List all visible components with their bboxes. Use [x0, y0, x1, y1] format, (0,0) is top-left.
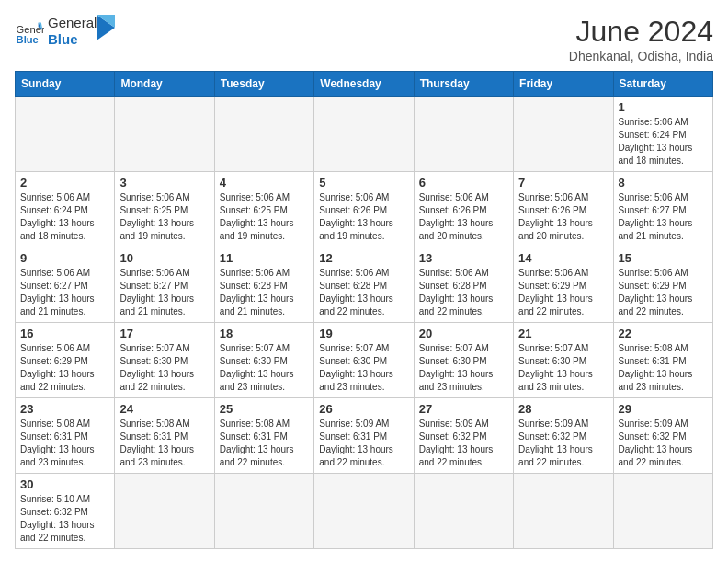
logo-general-text: General	[48, 15, 97, 31]
title-area: June 2024 Dhenkanal, Odisha, India	[569, 15, 713, 63]
calendar-week-row: 9Sunrise: 5:06 AM Sunset: 6:27 PM Daylig…	[16, 247, 713, 323]
calendar-cell: 23Sunrise: 5:08 AM Sunset: 6:31 PM Dayli…	[16, 398, 115, 474]
calendar-cell: 6Sunrise: 5:06 AM Sunset: 6:26 PM Daylig…	[414, 172, 513, 247]
calendar-cell: 30Sunrise: 5:10 AM Sunset: 6:32 PM Dayli…	[16, 474, 115, 549]
calendar-header-row: SundayMondayTuesdayWednesdayThursdayFrid…	[16, 72, 713, 97]
calendar-week-row: 23Sunrise: 5:08 AM Sunset: 6:31 PM Dayli…	[16, 398, 713, 474]
calendar-cell: 1Sunrise: 5:06 AM Sunset: 6:24 PM Daylig…	[613, 97, 712, 172]
day-info: Sunrise: 5:06 AM Sunset: 6:29 PM Dayligh…	[20, 342, 109, 394]
day-number: 8	[619, 176, 708, 190]
day-number: 17	[119, 327, 209, 340]
logo: General Blue General Blue	[15, 15, 115, 48]
calendar-cell: 2Sunrise: 5:06 AM Sunset: 6:24 PM Daylig…	[16, 172, 115, 247]
day-number: 3	[119, 176, 209, 190]
day-number: 2	[20, 176, 109, 190]
calendar-week-row: 2Sunrise: 5:06 AM Sunset: 6:24 PM Daylig…	[16, 172, 713, 247]
day-number: 27	[419, 402, 508, 416]
day-header-tuesday: Tuesday	[214, 72, 313, 97]
day-number: 19	[319, 327, 408, 340]
location: Dhenkanal, Odisha, India	[569, 49, 713, 63]
day-info: Sunrise: 5:06 AM Sunset: 6:29 PM Dayligh…	[619, 267, 708, 318]
calendar-cell	[214, 97, 313, 172]
day-info: Sunrise: 5:07 AM Sunset: 6:30 PM Dayligh…	[419, 342, 508, 394]
calendar-cell: 10Sunrise: 5:06 AM Sunset: 6:27 PM Dayli…	[115, 247, 214, 323]
day-info: Sunrise: 5:06 AM Sunset: 6:28 PM Dayligh…	[220, 267, 309, 318]
day-number: 22	[619, 327, 708, 340]
day-number: 29	[619, 402, 708, 416]
svg-text:Blue: Blue	[17, 34, 39, 45]
calendar-cell	[514, 97, 613, 172]
day-info: Sunrise: 5:08 AM Sunset: 6:31 PM Dayligh…	[119, 418, 209, 469]
day-info: Sunrise: 5:06 AM Sunset: 6:28 PM Dayligh…	[319, 267, 408, 318]
day-info: Sunrise: 5:09 AM Sunset: 6:32 PM Dayligh…	[619, 418, 708, 469]
day-number: 11	[220, 251, 309, 265]
day-info: Sunrise: 5:06 AM Sunset: 6:28 PM Dayligh…	[419, 267, 508, 318]
day-header-wednesday: Wednesday	[314, 72, 414, 97]
day-number: 10	[119, 251, 209, 265]
calendar-cell	[514, 474, 613, 549]
day-number: 24	[119, 402, 209, 416]
calendar-cell: 7Sunrise: 5:06 AM Sunset: 6:26 PM Daylig…	[514, 172, 613, 247]
day-info: Sunrise: 5:06 AM Sunset: 6:29 PM Dayligh…	[518, 267, 608, 318]
calendar-cell	[214, 474, 313, 549]
calendar-cell: 3Sunrise: 5:06 AM Sunset: 6:25 PM Daylig…	[115, 172, 214, 247]
day-info: Sunrise: 5:07 AM Sunset: 6:30 PM Dayligh…	[319, 342, 408, 394]
calendar-cell: 22Sunrise: 5:08 AM Sunset: 6:31 PM Dayli…	[613, 323, 712, 398]
day-info: Sunrise: 5:06 AM Sunset: 6:24 PM Dayligh…	[20, 191, 109, 243]
calendar-cell: 26Sunrise: 5:09 AM Sunset: 6:31 PM Dayli…	[314, 398, 414, 474]
calendar-cell: 4Sunrise: 5:06 AM Sunset: 6:25 PM Daylig…	[214, 172, 313, 247]
day-number: 7	[518, 176, 608, 190]
day-info: Sunrise: 5:06 AM Sunset: 6:27 PM Dayligh…	[619, 191, 708, 243]
day-number: 21	[518, 327, 608, 340]
day-info: Sunrise: 5:06 AM Sunset: 6:26 PM Dayligh…	[419, 191, 508, 243]
day-number: 5	[319, 176, 408, 190]
day-header-sunday: Sunday	[16, 72, 115, 97]
day-number: 16	[20, 327, 109, 340]
day-info: Sunrise: 5:06 AM Sunset: 6:27 PM Dayligh…	[20, 267, 109, 318]
calendar-cell: 12Sunrise: 5:06 AM Sunset: 6:28 PM Dayli…	[314, 247, 414, 323]
day-info: Sunrise: 5:06 AM Sunset: 6:25 PM Dayligh…	[220, 191, 309, 243]
day-number: 13	[419, 251, 508, 265]
day-info: Sunrise: 5:06 AM Sunset: 6:25 PM Dayligh…	[119, 191, 209, 243]
calendar-cell: 27Sunrise: 5:09 AM Sunset: 6:32 PM Dayli…	[414, 398, 513, 474]
day-header-monday: Monday	[115, 72, 214, 97]
calendar-cell	[414, 474, 513, 549]
day-info: Sunrise: 5:06 AM Sunset: 6:26 PM Dayligh…	[319, 191, 408, 243]
calendar-cell	[314, 97, 414, 172]
calendar-cell: 21Sunrise: 5:07 AM Sunset: 6:30 PM Dayli…	[514, 323, 613, 398]
day-info: Sunrise: 5:09 AM Sunset: 6:32 PM Dayligh…	[518, 418, 608, 469]
month-title: June 2024	[569, 15, 713, 49]
day-number: 26	[319, 402, 408, 416]
day-info: Sunrise: 5:08 AM Sunset: 6:31 PM Dayligh…	[20, 418, 109, 469]
day-info: Sunrise: 5:09 AM Sunset: 6:31 PM Dayligh…	[319, 418, 408, 469]
calendar-cell: 18Sunrise: 5:07 AM Sunset: 6:30 PM Dayli…	[214, 323, 313, 398]
calendar-cell	[414, 97, 513, 172]
day-info: Sunrise: 5:08 AM Sunset: 6:31 PM Dayligh…	[619, 342, 708, 394]
day-number: 14	[518, 251, 608, 265]
day-number: 15	[619, 251, 708, 265]
day-info: Sunrise: 5:06 AM Sunset: 6:27 PM Dayligh…	[119, 267, 209, 318]
logo-icon: General Blue	[15, 17, 44, 46]
calendar-cell: 19Sunrise: 5:07 AM Sunset: 6:30 PM Dayli…	[314, 323, 414, 398]
day-number: 12	[319, 251, 408, 265]
calendar-cell: 28Sunrise: 5:09 AM Sunset: 6:32 PM Dayli…	[514, 398, 613, 474]
day-number: 1	[619, 100, 708, 114]
calendar-table: SundayMondayTuesdayWednesdayThursdayFrid…	[15, 71, 713, 549]
day-number: 6	[419, 176, 508, 190]
calendar-cell	[613, 474, 712, 549]
calendar-cell	[115, 474, 214, 549]
calendar-cell: 15Sunrise: 5:06 AM Sunset: 6:29 PM Dayli…	[613, 247, 712, 323]
calendar-cell: 25Sunrise: 5:08 AM Sunset: 6:31 PM Dayli…	[214, 398, 313, 474]
calendar-cell: 16Sunrise: 5:06 AM Sunset: 6:29 PM Dayli…	[16, 323, 115, 398]
day-number: 30	[20, 477, 109, 491]
day-info: Sunrise: 5:07 AM Sunset: 6:30 PM Dayligh…	[220, 342, 309, 394]
day-number: 23	[20, 402, 109, 416]
calendar-cell: 9Sunrise: 5:06 AM Sunset: 6:27 PM Daylig…	[16, 247, 115, 323]
day-number: 18	[220, 327, 309, 340]
calendar-week-row: 16Sunrise: 5:06 AM Sunset: 6:29 PM Dayli…	[16, 323, 713, 398]
calendar-cell	[314, 474, 414, 549]
day-info: Sunrise: 5:08 AM Sunset: 6:31 PM Dayligh…	[220, 418, 309, 469]
day-number: 20	[419, 327, 508, 340]
calendar-week-row: 1Sunrise: 5:06 AM Sunset: 6:24 PM Daylig…	[16, 97, 713, 172]
day-number: 28	[518, 402, 608, 416]
